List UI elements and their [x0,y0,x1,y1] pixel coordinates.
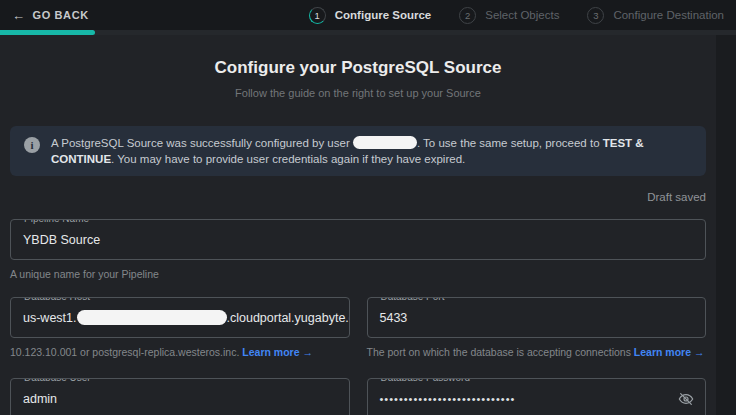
pipeline-name-value: YBDB Source [23,233,100,247]
database-password-label: Database Password * [377,378,481,383]
password-visibility-toggle[interactable] [677,390,695,408]
database-port-helper: The port on which the database is accept… [367,346,707,358]
database-host-input[interactable]: Database Host * us-west1..cloudportal.yu… [10,297,350,338]
info-icon: i [24,137,40,153]
back-arrow-icon: ← [12,8,26,23]
database-user-value: admin [23,392,57,406]
redacted-hostname [77,310,227,325]
step-1-label: Configure Source [335,9,431,21]
database-port-input[interactable]: Database Port * 5433 [367,297,707,338]
database-password-input[interactable]: Database Password * ••••••••••••••••••••… [367,378,707,415]
step-1-circle: 1 [309,7,326,24]
right-rail [716,35,736,415]
eye-off-icon [678,391,694,407]
step-configure-source[interactable]: 1 Configure Source [309,7,431,24]
page-subtitle: Follow the guide on the right to set up … [10,87,706,99]
step-select-objects[interactable]: 2 Select Objects [459,7,559,24]
page-title: Configure your PostgreSQL Source [10,58,706,78]
database-port-learn-more-link[interactable]: Learn more [634,346,691,358]
step-configure-destination[interactable]: 3 Configure Destination [587,7,724,24]
go-back-label: GO BACK [33,9,89,21]
database-host-value: us-west1..cloudportal.yugabyte.com [23,310,350,325]
database-password-masked-value: •••••••••••••••••••••••••••• [380,393,516,405]
database-host-learn-more-link[interactable]: Learn more [242,346,299,358]
progress-bar [0,30,736,35]
arrow-right-icon: → [694,346,705,358]
top-bar: ← GO BACK 1 Configure Source 2 Select Ob… [0,0,736,30]
arrow-right-icon: → [302,346,313,358]
info-banner-text: A PostgreSQL Source was successfully con… [51,135,692,167]
pipeline-name-label: Pipeline Name * [20,219,100,224]
info-banner: i A PostgreSQL Source was successfully c… [10,126,706,176]
configure-source-form: Configure your PostgreSQL Source Follow … [0,58,716,415]
database-port-value: 5433 [380,311,408,325]
step-2-circle: 2 [459,7,476,24]
database-user-input[interactable]: Database User * admin [10,378,350,415]
progress-bar-fill [0,30,95,35]
redacted-username [353,136,417,149]
step-3-label: Configure Destination [613,9,724,21]
database-user-label: Database User * [20,378,101,383]
step-2-label: Select Objects [485,9,559,21]
database-host-helper: 10.123.10.001 or postgresql-replica.west… [10,346,350,358]
database-port-label: Database Port * [377,297,456,302]
database-host-label: Database Host * [20,297,101,302]
go-back-button[interactable]: ← GO BACK [12,8,89,23]
step-3-circle: 3 [587,7,604,24]
pipeline-name-input[interactable]: Pipeline Name * YBDB Source [10,219,706,260]
draft-saved-status: Draft saved [10,191,706,203]
stepper: 1 Configure Source 2 Select Objects 3 Co… [295,7,724,24]
pipeline-name-helper: A unique name for your Pipeline [10,268,706,280]
